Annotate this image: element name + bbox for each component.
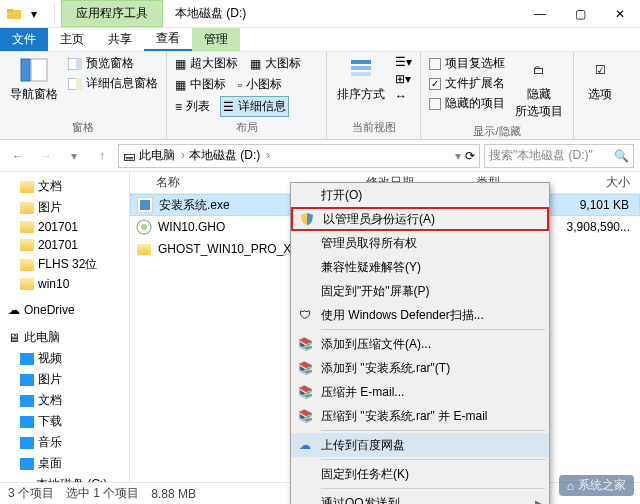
chevron-down-icon[interactable]: ▾: [26, 6, 42, 22]
forward-button[interactable]: →: [34, 144, 58, 168]
search-icon: 🔍: [614, 149, 629, 163]
item-checkboxes-toggle[interactable]: 项目复选框: [427, 54, 507, 73]
close-button[interactable]: ✕: [600, 0, 640, 28]
tab-share[interactable]: 共享: [96, 28, 144, 51]
ctx-run-as-admin[interactable]: 以管理员身份运行(A): [291, 207, 549, 231]
group-view-label: 当前视图: [333, 118, 414, 137]
svg-rect-5: [76, 58, 82, 70]
separator: [321, 488, 545, 489]
sidebar-item-music[interactable]: 音乐: [0, 432, 129, 453]
sidebar-item-docs2[interactable]: 文档: [0, 390, 129, 411]
gho-icon: [136, 219, 152, 235]
ctx-troubleshoot[interactable]: 兼容性疑难解答(Y): [291, 255, 549, 279]
sidebar-item-video[interactable]: 视频: [0, 348, 129, 369]
ctx-compress-rar-email[interactable]: 📚压缩到 "安装系统.rar" 并 E-mail: [291, 404, 549, 428]
breadcrumb[interactable]: 🖴 此电脑 本地磁盘 (D:) ▾ ⟳: [118, 144, 480, 168]
ctx-add-rar[interactable]: 📚添加到 "安装系统.rar"(T): [291, 356, 549, 380]
rar-icon: 📚: [297, 360, 313, 376]
shield-icon: [299, 211, 315, 227]
tab-manage[interactable]: 管理: [192, 28, 240, 51]
house-icon: ⌂: [567, 479, 574, 493]
ctx-open[interactable]: 打开(O): [291, 183, 549, 207]
ctx-defender[interactable]: 🛡使用 Windows Defender扫描...: [291, 303, 549, 327]
exe-icon: [137, 197, 153, 213]
sidebar-item-onedrive[interactable]: ☁OneDrive: [0, 301, 129, 319]
back-button[interactable]: ←: [6, 144, 30, 168]
sidebar-item-thispc[interactable]: 🖥此电脑: [0, 327, 129, 348]
ctx-compress-email[interactable]: 📚压缩并 E-mail...: [291, 380, 549, 404]
tab-file[interactable]: 文件: [0, 28, 48, 51]
cloud-icon: ☁: [297, 437, 313, 453]
ctx-admin-owner[interactable]: 管理员取得所有权: [291, 231, 549, 255]
refresh-icon[interactable]: ⟳: [465, 149, 475, 163]
crumb-drive[interactable]: 本地磁盘 (D:): [189, 147, 270, 164]
ctx-add-archive[interactable]: 📚添加到压缩文件(A)...: [291, 332, 549, 356]
address-bar-row: ← → ▾ ↑ 🖴 此电脑 本地磁盘 (D:) ▾ ⟳ 搜索"本地磁盘 (D:)…: [0, 140, 640, 172]
preview-pane-button[interactable]: 预览窗格: [66, 54, 160, 73]
maximize-button[interactable]: ▢: [560, 0, 600, 28]
sidebar-item-201701a[interactable]: 201701: [0, 218, 129, 236]
ribbon-group-panes: 导航窗格 预览窗格 详细信息窗格 窗格: [0, 52, 167, 139]
defender-icon: 🛡: [297, 307, 313, 323]
col-size[interactable]: 大小: [566, 174, 640, 191]
recent-button[interactable]: ▾: [62, 144, 86, 168]
submenu-arrow-icon: ▶: [535, 498, 543, 505]
sidebar-item-docs[interactable]: 文档: [0, 176, 129, 197]
sidebar-item-cdrive[interactable]: 🖴本地磁盘 (C:): [0, 474, 129, 482]
sort-by-label: 排序方式: [337, 86, 385, 103]
crumb-this-pc[interactable]: 此电脑: [139, 147, 185, 164]
layout-details[interactable]: ☰详细信息: [220, 96, 289, 117]
group-showhide-label: 显示/隐藏: [427, 122, 567, 141]
svg-rect-10: [351, 72, 371, 76]
cloud-icon: ☁: [8, 303, 20, 317]
sidebar-item-downloads[interactable]: 下载: [0, 411, 129, 432]
details-pane-button[interactable]: 详细信息窗格: [66, 74, 160, 93]
svg-rect-9: [351, 66, 371, 70]
ctx-baidu[interactable]: ☁上传到百度网盘: [291, 433, 549, 457]
nav-pane-button[interactable]: 导航窗格: [6, 54, 62, 105]
quick-access-toolbar: ▾: [0, 6, 48, 22]
sidebar: 文档 图片 201701 201701 FLHS 32位 win10 ☁OneD…: [0, 172, 130, 482]
search-input[interactable]: 搜索"本地磁盘 (D:)" 🔍: [484, 144, 634, 168]
divider: [54, 4, 55, 24]
dropdown-icon[interactable]: ▾: [455, 149, 461, 163]
options-button[interactable]: ☑ 选项: [580, 54, 620, 105]
file-ext-toggle[interactable]: ✓文件扩展名: [427, 74, 507, 93]
svg-rect-1: [7, 9, 13, 12]
sidebar-item-pics[interactable]: 图片: [0, 197, 129, 218]
window-title: 本地磁盘 (D:): [163, 5, 258, 22]
hide-selected-button[interactable]: 🗀 隐藏 所选项目: [511, 54, 567, 122]
folder-icon: [136, 241, 152, 257]
add-columns-icon[interactable]: ⊞▾: [393, 71, 414, 87]
ctx-pin-start[interactable]: 固定到"开始"屏幕(P): [291, 279, 549, 303]
layout-medium[interactable]: ▦中图标: [173, 75, 228, 94]
group-by-icon[interactable]: ☰▾: [393, 54, 414, 70]
layout-list[interactable]: ≡列表: [173, 96, 212, 117]
group-layout-label: 布局: [173, 118, 320, 137]
up-button[interactable]: ↑: [90, 144, 114, 168]
layout-extra-large[interactable]: ▦超大图标: [173, 54, 240, 73]
fit-columns-icon[interactable]: ↔: [393, 88, 414, 104]
titlebar: ▾ 应用程序工具 本地磁盘 (D:) — ▢ ✕: [0, 0, 640, 28]
sidebar-item-flhs[interactable]: FLHS 32位: [0, 254, 129, 275]
layout-small[interactable]: ▫小图标: [236, 75, 284, 94]
sidebar-item-201701b[interactable]: 201701: [0, 236, 129, 254]
ribbon-group-current-view: 排序方式 ☰▾ ⊞▾ ↔ 当前视图: [327, 52, 421, 139]
layout-large[interactable]: ▦大图标: [248, 54, 303, 73]
separator: [321, 430, 545, 431]
hide-selected-label: 隐藏 所选项目: [515, 86, 563, 120]
ctx-qq-send[interactable]: 通过QQ发送到▶: [291, 491, 549, 504]
folder-icon: [6, 6, 22, 22]
svg-rect-2: [21, 59, 30, 81]
sort-by-button[interactable]: 排序方式: [333, 54, 389, 105]
minimize-button[interactable]: —: [520, 0, 560, 28]
ribbon-group-showhide: 项目复选框 ✓文件扩展名 隐藏的项目 🗀 隐藏 所选项目 显示/隐藏: [421, 52, 574, 139]
file-size: 3,908,590...: [567, 220, 640, 234]
sidebar-item-pics2[interactable]: 图片: [0, 369, 129, 390]
sidebar-item-win10[interactable]: win10: [0, 275, 129, 293]
tab-home[interactable]: 主页: [48, 28, 96, 51]
ctx-pin-taskbar[interactable]: 固定到任务栏(K): [291, 462, 549, 486]
hidden-items-toggle[interactable]: 隐藏的项目: [427, 94, 507, 113]
sidebar-item-desktop[interactable]: 桌面: [0, 453, 129, 474]
tab-view[interactable]: 查看: [144, 28, 192, 51]
